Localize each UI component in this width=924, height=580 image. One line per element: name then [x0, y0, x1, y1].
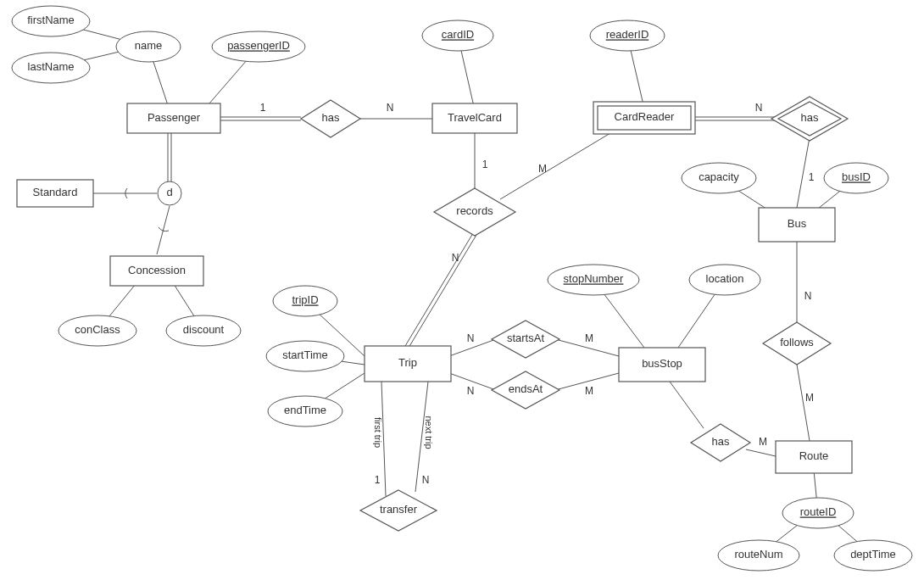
- card-follows-route: M: [805, 392, 814, 404]
- attr-routeNum-label: routeNum: [734, 548, 782, 560]
- spec-d-label: d: [166, 186, 172, 198]
- card-records-trip: N: [452, 252, 459, 264]
- card-has-card: N: [387, 102, 394, 114]
- attr-location-label: location: [706, 272, 744, 285]
- svg-line-41: [157, 206, 170, 254]
- rel-has-reader-bus-label: has: [801, 111, 819, 124]
- card-ends-stop: M: [585, 385, 593, 397]
- card-transfer-1: 1: [375, 474, 381, 486]
- attr-tripID-label: tripID: [292, 293, 318, 306]
- entity-bus-label: Bus: [788, 217, 807, 230]
- card-has-bus: 1: [809, 171, 815, 183]
- card-starts-stop: M: [585, 332, 593, 344]
- card-transfer-N: N: [422, 474, 430, 486]
- attr-readerID-label: readerID: [606, 28, 649, 41]
- entity-standard-label: Standard: [33, 186, 78, 198]
- attr-endTime-label: endTime: [284, 404, 326, 416]
- card-pass-has: 1: [260, 102, 266, 114]
- attr-conClass-label: conClass: [75, 323, 120, 336]
- role-next-trip: next trip: [424, 415, 434, 449]
- entity-cardreader-label: CardReader: [615, 110, 675, 123]
- card-trip-starts: N: [467, 332, 475, 344]
- attr-capacity-label: capacity: [699, 170, 739, 183]
- entity-route-label: Route: [799, 449, 829, 462]
- rel-records-label: records: [456, 204, 493, 217]
- svg-line-34: [670, 382, 704, 428]
- rel-endsAt-label: endsAt: [509, 382, 543, 395]
- attr-lastName-label: lastName: [28, 60, 75, 73]
- entity-concession-label: Concession: [128, 264, 186, 276]
- card-reader-records: M: [538, 163, 547, 175]
- entity-passenger-label: Passenger: [148, 111, 201, 124]
- attr-startTime-label: startTime: [282, 349, 328, 361]
- svg-line-35: [746, 449, 776, 456]
- card-card-records: 1: [482, 159, 488, 170]
- attr-passengerID-label: passengerID: [227, 39, 290, 52]
- attr-deptTime-label: deptTime: [850, 548, 896, 560]
- attr-discount-label: discount: [183, 323, 225, 336]
- rel-startsAt-label: startsAt: [507, 332, 544, 344]
- card-reader-has: N: [755, 102, 763, 114]
- er-diagram: firstName lastName name passengerID card…: [0, 0, 924, 580]
- rel-has-pass-card-label: has: [322, 111, 340, 124]
- entity-travelcard-label: TravelCard: [448, 111, 502, 124]
- card-trip-ends: N: [467, 385, 475, 397]
- attr-busID-label: busID: [842, 170, 871, 183]
- attr-stopNumber-label: stopNumber: [564, 272, 624, 285]
- svg-line-23: [405, 233, 473, 346]
- rel-has-stop-route-label: has: [712, 435, 730, 448]
- attr-firstName-label: firstName: [27, 14, 75, 26]
- rel-follows-label: follows: [780, 336, 814, 349]
- svg-line-22: [500, 133, 610, 199]
- role-first-trip: first trip: [373, 417, 383, 448]
- entity-trip-label: Trip: [398, 356, 417, 369]
- svg-line-24: [409, 235, 476, 348]
- attr-cardID-label: cardID: [442, 28, 474, 41]
- card-bus-follows: N: [804, 290, 812, 302]
- entity-busstop-label: busStop: [642, 357, 682, 370]
- attr-routeID-label: routeID: [800, 505, 837, 518]
- rel-transfer-label: transfer: [380, 503, 418, 516]
- attr-name-label: name: [135, 39, 163, 52]
- card-hasSR-route: M: [759, 436, 767, 448]
